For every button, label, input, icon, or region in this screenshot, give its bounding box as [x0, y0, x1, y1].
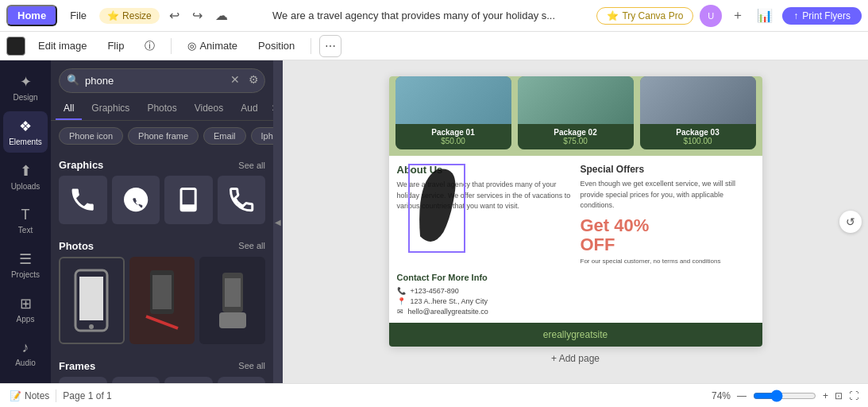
upload-icon: ↑ — [793, 10, 798, 21]
frame-item-more[interactable] — [218, 377, 266, 383]
photo-item-phone-red[interactable] — [129, 257, 195, 344]
zoom-out-button[interactable]: — — [737, 390, 746, 401]
try-pro-button[interactable]: ⭐ Try Canva Pro — [596, 7, 693, 25]
sidebar-item-text[interactable]: T Text — [3, 200, 48, 241]
svg-line-5 — [146, 316, 178, 328]
add-page-button[interactable]: + Add page — [545, 347, 606, 370]
about-column: About Us We are a travel agency that pro… — [397, 164, 571, 265]
pkg2-price: $75.00 — [522, 137, 630, 145]
sidebar-item-uploads[interactable]: ⬆ Uploads — [3, 156, 48, 197]
animate-button[interactable]: ◎ Animate — [179, 37, 245, 55]
file-button[interactable]: File — [64, 6, 93, 25]
sidebar-item-audio[interactable]: ♪ Audio — [3, 333, 48, 374]
search-filter-button[interactable]: ⚙ — [249, 73, 259, 86]
edit-image-button[interactable]: Edit image — [30, 37, 95, 55]
graphics-see-all[interactable]: See all — [238, 161, 265, 170]
star-icon: ⭐ — [107, 10, 119, 21]
graphics-section-header: Graphics See all — [51, 151, 273, 176]
sidebar-item-label: Apps — [17, 315, 35, 324]
sidebar-icons: ✦ Design ❖ Elements ⬆ Uploads T Text ☰ P… — [0, 60, 51, 383]
tab-photos[interactable]: Photos — [139, 98, 184, 120]
fit-button[interactable]: ⊡ — [835, 390, 843, 401]
sidebar-item-elements[interactable]: ❖ Elements — [3, 111, 48, 153]
tab-all[interactable]: All — [56, 98, 82, 120]
discount-text: Get 40%OFF — [581, 216, 754, 254]
print-flyers-button[interactable]: ↑ Print Flyers — [782, 7, 862, 25]
graphics-grid — [51, 176, 273, 232]
sidebar-item-label: Design — [13, 93, 37, 102]
notes-icon: 📝 — [10, 390, 21, 401]
tab-graphics[interactable]: Graphics — [83, 98, 137, 120]
analytics-button[interactable]: 📊 — [754, 5, 776, 26]
pkg2-name: Package 02 — [522, 128, 630, 137]
separator2 — [311, 38, 311, 54]
tab-videos[interactable]: Videos — [187, 98, 231, 120]
rotate-handle[interactable]: ↺ — [839, 211, 862, 233]
color-swatch[interactable] — [6, 37, 25, 56]
photos-section-header: Photos See all — [51, 232, 273, 257]
contact-address-row: 📍 123 A..here St., Any City — [397, 297, 754, 305]
sidebar-item-projects[interactable]: ☰ Projects — [3, 244, 48, 285]
filter-chips: Phone icon Phone frame Email Iph — [51, 121, 273, 151]
more-options-button[interactable]: ⋯ — [319, 35, 341, 57]
search-clear-button[interactable]: ✕ — [230, 73, 240, 86]
home-button[interactable]: Home — [6, 5, 57, 26]
zoom-level: 74% — [712, 390, 731, 401]
contact-email: hello@areallygreatsite.co — [408, 308, 488, 316]
contact-phone: +123-4567-890 — [411, 287, 459, 295]
sidebar-item-apps[interactable]: ⊞ Apps — [3, 289, 48, 330]
collapse-handle[interactable]: ◀ — [273, 60, 283, 383]
fullscreen-button[interactable]: ⛶ — [849, 390, 858, 401]
pkg3-name: Package 03 — [644, 128, 752, 137]
sidebar-item-design[interactable]: ✦ Design — [3, 67, 48, 108]
notes-button[interactable]: 📝 Notes — [10, 390, 49, 401]
projects-icon: ☰ — [19, 250, 32, 268]
tab-more[interactable]: > — [268, 98, 273, 120]
content-section: About Us We are a travel agency that pro… — [389, 156, 762, 273]
photos-see-all[interactable]: See all — [238, 241, 265, 250]
page-info: Page 1 of 1 — [63, 390, 111, 401]
photo-item-phone-outline[interactable] — [59, 257, 125, 344]
cloud-button[interactable]: ☁ — [212, 5, 231, 26]
position-button[interactable]: Position — [250, 37, 303, 55]
photo-item-phone-hands[interactable] — [199, 257, 265, 344]
elements-icon: ❖ — [19, 118, 32, 135]
chip-iph[interactable]: Iph — [251, 127, 273, 145]
pro-star-icon: ⭐ — [607, 10, 619, 21]
graphic-item-handset-outline[interactable] — [218, 176, 266, 224]
chip-email[interactable]: Email — [203, 127, 246, 145]
tab-audio[interactable]: Aud — [233, 98, 265, 120]
zoom-slider[interactable] — [753, 390, 816, 402]
chip-phone-frame[interactable]: Phone frame — [128, 127, 199, 145]
search-icon: 🔍 — [67, 73, 79, 85]
graphic-item-handset-circle[interactable] — [112, 176, 160, 224]
chip-phone-icon[interactable]: Phone icon — [59, 127, 123, 145]
frames-grid — [51, 377, 273, 383]
animate-icon: ◎ — [187, 40, 196, 52]
redo-button[interactable]: ↪ — [189, 5, 206, 26]
phone-icon: 📞 — [397, 287, 406, 295]
sidebar-item-label: Elements — [9, 138, 42, 146]
undo-button[interactable]: ↩ — [166, 5, 183, 26]
panel-tabs: All Graphics Photos Videos Aud > — [51, 98, 273, 121]
info-button[interactable]: ⓘ — [137, 36, 163, 56]
pkg1-price: $50.00 — [399, 137, 507, 145]
graphic-item-smartphone[interactable] — [164, 176, 213, 224]
avatar[interactable]: U — [700, 5, 722, 27]
zoom-in-button[interactable]: + — [823, 390, 828, 401]
frames-see-all[interactable]: See all — [238, 361, 265, 370]
search-panel: 🔍 ✕ ⚙ All Graphics Photos Videos Aud > P… — [51, 60, 273, 383]
add-collaborator-button[interactable]: ＋ — [728, 4, 747, 27]
search-box-wrap: 🔍 ✕ ⚙ — [51, 60, 273, 98]
frame-item-2[interactable] — [112, 377, 160, 383]
flip-button[interactable]: Flip — [99, 37, 132, 55]
document-title: We are a travel agency that provides man… — [237, 10, 591, 21]
text-icon: T — [21, 207, 30, 223]
resize-button[interactable]: ⭐ Resize — [99, 8, 160, 24]
graphic-item-handset[interactable] — [59, 176, 107, 224]
frame-item-1[interactable] — [59, 377, 107, 383]
frame-item-3[interactable] — [164, 377, 213, 383]
separator — [171, 38, 172, 54]
sidebar-item-label: Uploads — [11, 182, 41, 191]
photos-title: Photos — [59, 240, 94, 252]
